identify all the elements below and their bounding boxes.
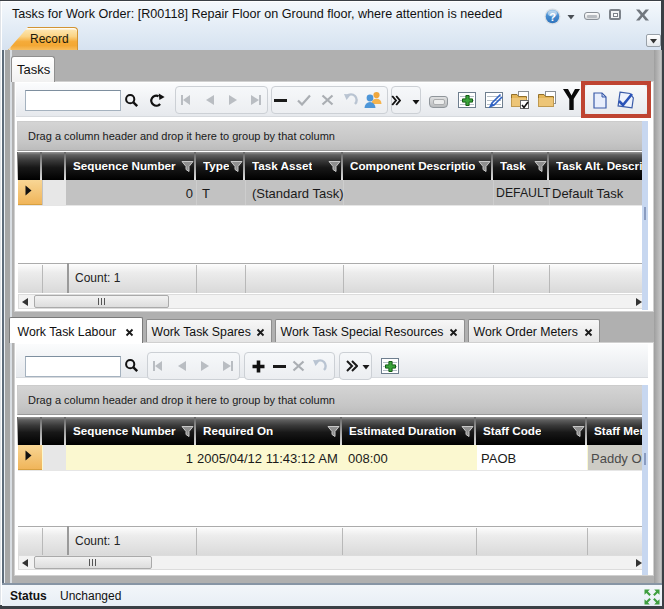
svg-text:?: ? xyxy=(549,11,556,23)
